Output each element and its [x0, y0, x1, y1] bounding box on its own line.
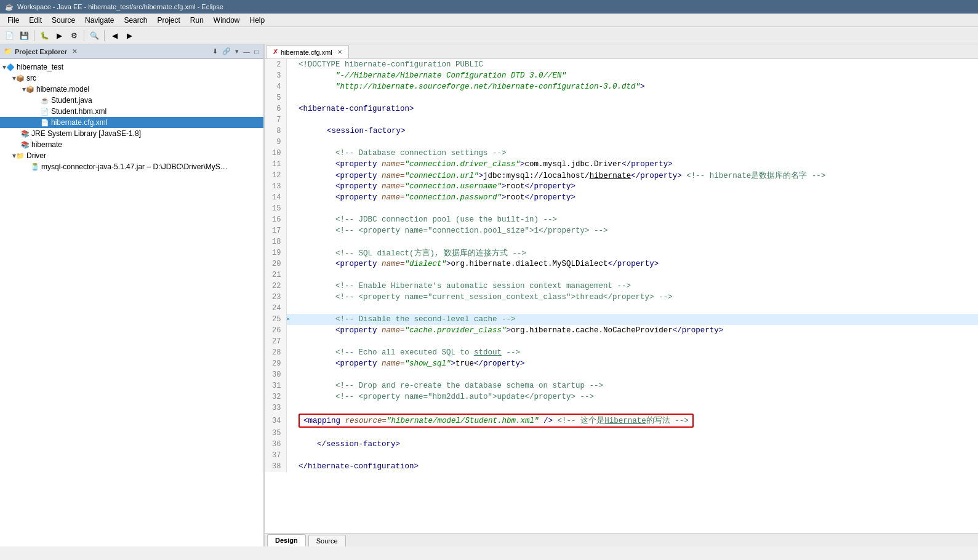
line-content-2: <!DOCTYPE hibernate-configuration PUBLIC — [294, 59, 978, 70]
menu-run[interactable]: Run — [185, 15, 209, 26]
line-content-18 — [294, 236, 978, 247]
toolbar-sep-2 — [84, 30, 84, 41]
code-line-14: 14 <property name="connection.password">… — [265, 192, 978, 203]
main-layout: 📁 Project Explorer ✕ ⬇ 🔗 ▾ — □ ▾ 🔷hibern… — [0, 44, 978, 546]
code-line-25: 25➤ <!-- Disable the second-level cache … — [265, 314, 978, 325]
tab-source[interactable]: Source — [308, 535, 346, 546]
code-line-7: 7 — [265, 114, 978, 126]
maximize-button[interactable]: □ — [253, 47, 260, 55]
code-line-24: 24 — [265, 303, 978, 314]
save-button[interactable]: 💾 — [17, 29, 31, 42]
debug-button[interactable]: 🐛 — [38, 29, 51, 42]
line-content-24 — [294, 303, 978, 314]
menu-window[interactable]: Window — [209, 15, 245, 26]
menu-file[interactable]: File — [2, 15, 24, 26]
code-line-27: 27 — [265, 336, 978, 347]
title-bar: ☕ Workspace - Java EE - hibernate_test/s… — [0, 0, 978, 14]
line-content-4: "http://hibernate.sourceforge.net/hibern… — [294, 81, 978, 92]
menu-navigate[interactable]: Navigate — [80, 15, 119, 26]
window-title: Workspace - Java EE - hibernate_test/src… — [17, 3, 223, 10]
line-content-32: <!-- <property name="hbm2ddl.auto">updat… — [294, 391, 978, 402]
code-line-35: 35 — [265, 428, 978, 439]
line-content-35 — [294, 428, 978, 439]
line-content-26: <property name="cache.provider_class">or… — [294, 325, 978, 336]
tree-item-JRE[interactable]: 📚JRE System Library [JavaSE-1.8] — [0, 128, 263, 139]
minimize-button[interactable]: — — [242, 47, 251, 55]
code-line-34: 34<mapping resource="hibernate/model/Stu… — [265, 414, 978, 428]
run-ext-button[interactable]: ⚙ — [67, 29, 81, 42]
menu-project[interactable]: Project — [152, 15, 185, 26]
explorer-header: 📁 Project Explorer ✕ ⬇ 🔗 ▾ — □ — [0, 44, 263, 59]
line-content-37 — [294, 450, 978, 461]
tree-item-hibernate_test[interactable]: ▾ 🔷hibernate_test — [0, 62, 263, 73]
tree-item-Driver[interactable]: ▾ 📁Driver — [0, 150, 263, 161]
line-content-19: <!-- SQL dialect(方言), 数据库的连接方式 --> — [294, 247, 978, 258]
tree-item-hibernate.model[interactable]: ▾ 📦hibernate.model — [0, 84, 263, 95]
code-line-30: 30 — [265, 369, 978, 380]
code-line-20: 20 <property name="dialect">org.hibernat… — [265, 258, 978, 270]
run-button[interactable]: ▶ — [52, 29, 66, 42]
tree-item-hibernate.cfg.xml[interactable]: 📄hibernate.cfg.xml — [0, 117, 263, 128]
line-content-36: </session-factory> — [294, 439, 978, 450]
tab-xml-icon: ✗ — [273, 48, 278, 56]
code-line-15: 15 — [265, 203, 978, 214]
line-content-12: <property name="connection.url">jdbc:mys… — [294, 170, 978, 181]
explorer-tree[interactable]: ▾ 🔷hibernate_test▾ 📦src▾ 📦hibernate.mode… — [0, 59, 263, 546]
search-button[interactable]: 🔍 — [87, 29, 101, 42]
eclipse-icon: ☕ — [5, 3, 14, 11]
code-line-28: 28 <!-- Echo all executed SQL to stdout … — [265, 347, 978, 358]
menu-help[interactable]: Help — [245, 15, 270, 26]
code-line-13: 13 <property name="connection.username">… — [265, 181, 978, 192]
line-content-33 — [294, 402, 978, 414]
link-editor-button[interactable]: 🔗 — [221, 47, 232, 55]
line-content-20: <property name="dialect">org.hibernate.d… — [294, 258, 978, 270]
forward-button[interactable]: ▶ — [122, 29, 136, 42]
line-content-8: <session-factory> — [294, 126, 978, 137]
code-line-8: 8 <session-factory> — [265, 126, 978, 137]
new-button[interactable]: 📄 — [2, 29, 16, 42]
tree-item-hibernate[interactable]: 📚hibernate — [0, 139, 263, 150]
code-line-37: 37 — [265, 450, 978, 461]
line-content-5 — [294, 92, 978, 103]
line-content-9 — [294, 137, 978, 148]
code-line-18: 18 — [265, 236, 978, 247]
editor-tab-hibernate-cfg[interactable]: ✗ hibernate.cfg.xml ✕ — [266, 45, 349, 58]
tab-label: hibernate.cfg.xml — [281, 49, 332, 56]
explorer-actions: ⬇ 🔗 ▾ — □ — [211, 47, 260, 55]
code-line-22: 22 <!-- Enable Hibernate's automatic ses… — [265, 281, 978, 292]
tab-design[interactable]: Design — [267, 534, 306, 546]
line-content-14: <property name="connection.password">roo… — [294, 192, 978, 203]
code-line-36: 36 </session-factory> — [265, 439, 978, 450]
back-button[interactable]: ◀ — [108, 29, 121, 42]
line-content-7 — [294, 114, 978, 126]
explorer-title: 📁 Project Explorer ✕ — [4, 47, 77, 55]
code-line-5: 5 — [265, 92, 978, 103]
tree-item-Student.hbm.xml[interactable]: 📄Student.hbm.xml — [0, 106, 263, 117]
menu-search[interactable]: Search — [119, 15, 152, 26]
line-content-29: <property name="show_sql">true</property… — [294, 358, 978, 369]
collapse-all-button[interactable]: ⬇ — [211, 47, 219, 55]
menu-source[interactable]: Source — [47, 15, 80, 26]
code-line-4: 4 "http://hibernate.sourceforge.net/hibe… — [265, 81, 978, 92]
code-line-12: 12 <property name="connection.url">jdbc:… — [265, 170, 978, 181]
line-content-11: <property name="connection.driver_class"… — [294, 159, 978, 170]
tree-item-Student.java[interactable]: ☕Student.java — [0, 95, 263, 106]
code-line-38: 38</hibernate-configuration> — [265, 461, 978, 472]
code-line-10: 10 <!-- Database connection settings --> — [265, 148, 978, 159]
line-content-34: <mapping resource="hibernate/model/Stude… — [294, 414, 978, 428]
tab-close-icon[interactable]: ✕ — [337, 49, 342, 55]
code-editor[interactable]: 2<!DOCTYPE hibernate-configuration PUBLI… — [265, 59, 978, 533]
explorer-menu-button[interactable]: ▾ — [234, 47, 240, 55]
explorer-close-tab: ✕ — [72, 48, 77, 55]
line-content-27 — [294, 336, 978, 347]
line-content-13: <property name="connection.username">roo… — [294, 181, 978, 192]
line-content-21 — [294, 270, 978, 281]
line-content-6: <hibernate-configuration> — [294, 103, 978, 114]
menu-edit[interactable]: Edit — [24, 15, 47, 26]
editor-tabs: ✗ hibernate.cfg.xml ✕ — [265, 44, 978, 59]
tree-item-src[interactable]: ▾ 📦src — [0, 73, 263, 84]
code-line-11: 11 <property name="connection.driver_cla… — [265, 159, 978, 170]
code-body: 2<!DOCTYPE hibernate-configuration PUBLI… — [265, 59, 978, 472]
tree-item-mysql-connector[interactable]: 🫙mysql-connector-java-5.1.47.jar – D:\JD… — [0, 161, 263, 172]
line-content-3: "-//Hibernate/Hibernate Configuration DT… — [294, 70, 978, 81]
